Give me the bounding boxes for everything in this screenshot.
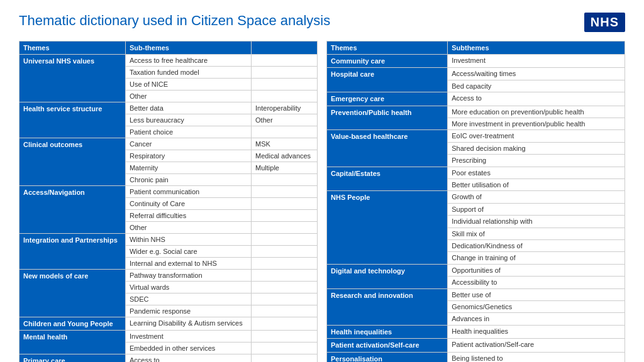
theme-cell: Health inequalities	[327, 325, 448, 338]
theme-cell: Patient activation/Self-care	[327, 339, 448, 352]
theme-cell: Community care	[327, 55, 448, 68]
subtheme-cell: Use of NICE	[125, 79, 251, 90]
table-row: NHS PeopleGrowth of	[327, 191, 625, 203]
subtheme-cell: Change in training of	[448, 252, 625, 264]
extra-cell	[252, 305, 318, 317]
subtheme-cell: Embedded in other services	[125, 343, 251, 354]
subtheme-cell: Virtual wards	[125, 282, 251, 293]
subtheme-cell: Continuity of Care	[125, 198, 251, 210]
subtheme-cell: Better utilisation of	[448, 179, 625, 191]
subtheme-cell: Patient choice	[125, 126, 251, 138]
left-table: Themes Sub-themes Universal NHS valuesAc…	[19, 41, 318, 362]
subtheme-cell: SDEC	[125, 293, 251, 305]
subtheme-cell: Shared decision making	[448, 142, 625, 154]
right-col1-header: Themes	[327, 41, 448, 55]
table-row: Access/NavigationPatient communication	[19, 186, 318, 198]
extra-cell	[252, 317, 318, 331]
theme-cell: Mental health	[19, 331, 126, 354]
subtheme-cell: Learning Disability & Autism services	[125, 317, 251, 331]
theme-cell: Emergency care	[327, 92, 448, 106]
tables-container: Themes Sub-themes Universal NHS valuesAc…	[19, 41, 625, 362]
extra-cell	[252, 186, 318, 198]
subtheme-cell: Better use of	[448, 288, 625, 300]
subtheme-cell: Referral difficulties	[125, 210, 251, 222]
subtheme-cell: Access/waiting times	[448, 68, 625, 80]
table-row: Digital and technologyOpportunities of	[327, 264, 625, 276]
extra-cell	[252, 79, 318, 90]
table-row: Primary careAccess to	[19, 354, 318, 363]
subtheme-cell: Other	[125, 222, 251, 234]
theme-cell: Integration and Partnerships	[19, 234, 126, 270]
theme-cell: Primary care	[19, 354, 126, 363]
subtheme-cell: Access to	[448, 92, 625, 106]
theme-cell: Health service structure	[19, 102, 126, 138]
theme-cell: Personalisation	[327, 352, 448, 362]
subtheme-cell: Pathway transformation	[125, 270, 251, 282]
subtheme-cell: EoIC over-treatment	[448, 130, 625, 142]
extra-cell	[252, 210, 318, 222]
extra-cell	[252, 246, 318, 258]
table-row: PersonalisationBeing listened to	[327, 352, 625, 362]
table-row: Universal NHS valuesAccess to free healt…	[19, 55, 318, 67]
subtheme-cell: Internal and external to NHS	[125, 258, 251, 270]
extra-cell	[252, 55, 318, 67]
table-row: Mental healthInvestment	[19, 331, 318, 343]
nhs-logo: NHS	[584, 13, 625, 32]
subtheme-cell: Health inequalities	[448, 325, 625, 338]
subtheme-cell: Investment	[448, 55, 625, 68]
extra-cell	[252, 270, 318, 282]
extra-cell	[252, 258, 318, 270]
extra-cell	[252, 234, 318, 246]
subtheme-cell: Respiratory	[125, 150, 251, 162]
table-row: Patient activation/Self-carePatient acti…	[327, 339, 625, 352]
subtheme-cell: Chronic pain	[125, 174, 251, 186]
extra-cell	[252, 331, 318, 343]
subtheme-cell: More investment in prevention/public hea…	[448, 118, 625, 130]
extra-cell: Multiple	[252, 162, 318, 174]
subtheme-cell: Bed capacity	[448, 80, 625, 92]
left-col2-header: Sub-themes	[125, 41, 251, 55]
theme-cell: Access/Navigation	[19, 186, 126, 234]
subtheme-cell: Other	[125, 90, 251, 102]
table-row: Clinical outcomesCancerMSK	[19, 138, 318, 150]
table-row: Emergency careAccess to	[327, 92, 625, 106]
right-table: Themes Subthemes Community careInvestmen…	[326, 41, 625, 362]
extra-cell	[252, 293, 318, 305]
table-row: Value-based healthcareEoIC over-treatmen…	[327, 130, 625, 142]
right-col2-header: Subthemes	[448, 41, 625, 55]
theme-cell: Children and Young People	[19, 317, 126, 331]
extra-cell	[252, 90, 318, 102]
subtheme-cell: Less bureaucracy	[125, 114, 251, 126]
subtheme-cell: Genomics/Genetics	[448, 300, 625, 312]
subtheme-cell: Patient activation/Self-care	[448, 339, 625, 352]
theme-cell: Universal NHS values	[19, 55, 126, 102]
table-row: Capital/EstatesPoor estates	[327, 167, 625, 178]
table-row: Health inequalitiesHealth inequalities	[327, 325, 625, 338]
subtheme-cell: Taxation funded model	[125, 67, 251, 79]
table-row: Hospital careAccess/waiting times	[327, 68, 625, 80]
subtheme-cell: Investment	[125, 331, 251, 343]
extra-cell	[252, 343, 318, 354]
subtheme-cell: Skill mix of	[448, 228, 625, 239]
extra-cell: Medical advances	[252, 150, 318, 162]
table-row: New models of carePathway transformation	[19, 270, 318, 282]
table-row: Health service structureBetter dataInter…	[19, 102, 318, 114]
subtheme-cell: Wider e.g. Social care	[125, 246, 251, 258]
subtheme-cell: More education on prevention/public heal…	[448, 106, 625, 118]
subtheme-cell: Poor estates	[448, 167, 625, 178]
extra-cell: Interoperability	[252, 102, 318, 114]
subtheme-cell: Within NHS	[125, 234, 251, 246]
theme-cell: Prevention/Public health	[327, 106, 448, 130]
table-row: Prevention/Public healthMore education o…	[327, 106, 625, 118]
theme-cell: Capital/Estates	[327, 167, 448, 191]
theme-cell: NHS People	[327, 191, 448, 264]
extra-cell	[252, 126, 318, 138]
extra-cell	[252, 174, 318, 186]
theme-cell: Value-based healthcare	[327, 130, 448, 167]
theme-cell: Research and innovation	[327, 288, 448, 325]
subtheme-cell: Dedication/Kindness of	[448, 239, 625, 251]
subtheme-cell: Growth of	[448, 191, 625, 203]
extra-cell	[252, 198, 318, 210]
extra-cell: MSK	[252, 138, 318, 150]
subtheme-cell: Patient communication	[125, 186, 251, 198]
